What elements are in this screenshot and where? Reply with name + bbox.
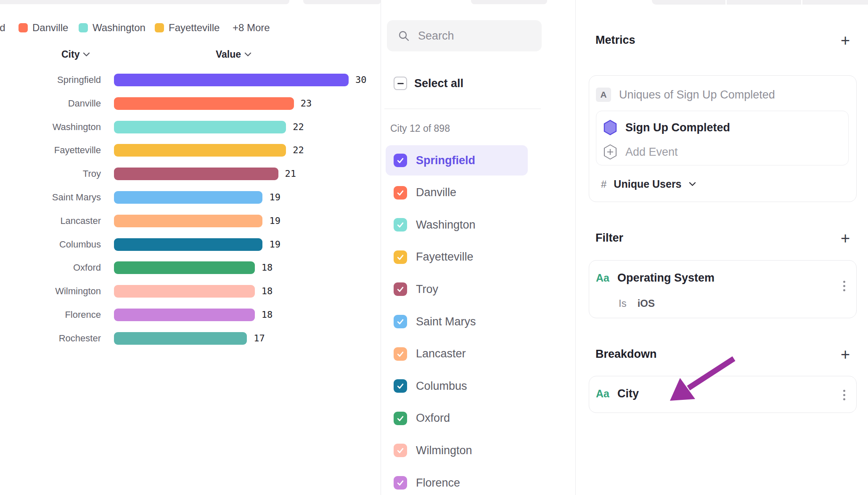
legend-label: Fayetteville bbox=[169, 22, 220, 34]
bar[interactable] bbox=[114, 191, 262, 204]
bar[interactable] bbox=[114, 97, 294, 110]
city-checkbox[interactable] bbox=[394, 315, 407, 328]
add-breakdown-button[interactable]: + bbox=[837, 346, 854, 363]
column-header-value-label: Value bbox=[216, 49, 241, 60]
bar[interactable] bbox=[114, 309, 255, 321]
top-tab-sliver-mid bbox=[303, 0, 381, 4]
city-list-item[interactable]: Wilmington bbox=[386, 435, 528, 466]
search-input[interactable] bbox=[417, 29, 528, 43]
bar-value-label: 18 bbox=[262, 309, 273, 321]
bar-value-label: 22 bbox=[293, 121, 304, 133]
city-label: Danville bbox=[416, 186, 456, 199]
sort-chevron-icon bbox=[244, 52, 251, 57]
hexagon-event-icon bbox=[603, 120, 617, 136]
segment-divider bbox=[801, 0, 802, 5]
filter-operator[interactable]: Is bbox=[619, 298, 627, 309]
legend-label: Washington bbox=[93, 22, 146, 34]
city-list-item[interactable]: Lancaster bbox=[386, 339, 528, 369]
checkbox-check-icon bbox=[396, 414, 405, 423]
checkbox-check-icon bbox=[396, 253, 405, 261]
bar-value-label: 17 bbox=[254, 332, 265, 345]
bar[interactable] bbox=[114, 285, 255, 298]
bar-value-label: 18 bbox=[262, 261, 273, 274]
legend-more-button[interactable]: +8 More bbox=[233, 22, 270, 34]
legend-item[interactable]: Danville bbox=[19, 22, 68, 34]
city-checkbox[interactable] bbox=[394, 282, 407, 296]
city-list-item[interactable]: Danville bbox=[386, 178, 528, 208]
city-list-item[interactable]: Columbus bbox=[386, 371, 528, 401]
bar[interactable] bbox=[114, 215, 262, 227]
legend-swatch bbox=[79, 23, 88, 32]
chevron-down-icon bbox=[689, 182, 696, 186]
bar[interactable] bbox=[114, 332, 247, 345]
breakdown-property: City bbox=[617, 387, 639, 400]
legend-item[interactable]: Washington bbox=[79, 22, 146, 34]
city-checkbox[interactable] bbox=[394, 444, 407, 457]
measure-selector[interactable]: # Unique Users bbox=[601, 178, 696, 190]
add-filter-button[interactable]: + bbox=[837, 230, 854, 247]
select-all-row[interactable]: Select all bbox=[394, 77, 463, 90]
bar[interactable] bbox=[114, 168, 278, 180]
city-checkbox[interactable] bbox=[394, 218, 407, 232]
breakdown-heading: Breakdown bbox=[595, 348, 657, 361]
bar[interactable] bbox=[114, 261, 255, 274]
bar[interactable] bbox=[114, 144, 286, 157]
city-list-item[interactable]: Florence bbox=[386, 468, 528, 495]
filter-card[interactable]: Aa Operating System Is iOS bbox=[589, 260, 857, 318]
search-box[interactable] bbox=[387, 20, 542, 51]
sort-chevron-icon bbox=[83, 52, 90, 57]
top-tab-sliver-right bbox=[471, 0, 547, 4]
city-checkbox[interactable] bbox=[394, 347, 407, 361]
bar[interactable] bbox=[114, 121, 286, 133]
event-card[interactable]: Sign Up Completed Add Event bbox=[596, 111, 849, 165]
city-checkbox[interactable] bbox=[394, 250, 407, 264]
panel-divider-left bbox=[381, 0, 381, 495]
select-all-checkbox[interactable] bbox=[394, 77, 407, 90]
column-header-city[interactable]: City bbox=[61, 49, 90, 60]
bar-category-label: Florence bbox=[0, 309, 101, 321]
bar-value-label: 19 bbox=[269, 238, 281, 251]
city-checkbox[interactable] bbox=[394, 379, 407, 393]
city-checkbox[interactable] bbox=[394, 154, 407, 167]
city-list-item[interactable]: Oxford bbox=[386, 403, 528, 434]
city-label: Florence bbox=[416, 476, 460, 490]
bar-category-label: Saint Marys bbox=[0, 191, 101, 204]
city-checkbox[interactable] bbox=[394, 186, 407, 200]
bar-category-label: Danville bbox=[0, 97, 101, 110]
bar[interactable] bbox=[114, 238, 262, 251]
bar[interactable] bbox=[114, 74, 349, 86]
select-all-label: Select all bbox=[414, 77, 463, 90]
city-checkbox[interactable] bbox=[394, 412, 407, 425]
checkbox-check-icon bbox=[396, 156, 405, 165]
metric-card[interactable]: A Uniques of Sign Up Completed Sign Up C… bbox=[589, 75, 857, 202]
city-checkbox[interactable] bbox=[394, 476, 407, 490]
legend-label: Danville bbox=[32, 22, 68, 34]
checkbox-check-icon bbox=[396, 446, 405, 455]
city-label: Springfield bbox=[416, 154, 475, 167]
top-segmented-control bbox=[652, 0, 868, 5]
legend-swatch bbox=[19, 23, 28, 32]
add-event-button[interactable]: Add Event bbox=[625, 146, 678, 159]
city-list-item[interactable]: Washington bbox=[386, 210, 528, 240]
city-label: Columbus bbox=[416, 380, 467, 393]
checkbox-check-icon bbox=[396, 285, 405, 293]
city-list-item[interactable]: Saint Marys bbox=[386, 306, 528, 337]
metric-summary: Uniques of Sign Up Completed bbox=[619, 88, 775, 101]
segment-divider bbox=[725, 0, 727, 5]
legend-item[interactable]: Fayetteville bbox=[155, 22, 220, 34]
city-label: Saint Marys bbox=[416, 315, 476, 328]
city-list-item[interactable]: Springfield bbox=[386, 145, 528, 176]
city-label: Troy bbox=[416, 283, 438, 296]
add-metric-button[interactable]: + bbox=[837, 32, 854, 49]
city-list-item[interactable]: Fayetteville bbox=[386, 242, 528, 272]
kebab-menu-icon[interactable] bbox=[842, 388, 847, 402]
bar-value-label: 19 bbox=[269, 191, 281, 204]
column-header-value[interactable]: Value bbox=[216, 49, 251, 60]
filter-property: Operating System bbox=[617, 271, 715, 285]
city-list-item[interactable]: Troy bbox=[386, 274, 528, 304]
kebab-menu-icon[interactable] bbox=[842, 279, 847, 293]
checkbox-check-icon bbox=[396, 350, 405, 358]
bar-value-label: 21 bbox=[285, 168, 296, 180]
city-label: Oxford bbox=[416, 412, 450, 425]
filter-value[interactable]: iOS bbox=[638, 298, 655, 309]
